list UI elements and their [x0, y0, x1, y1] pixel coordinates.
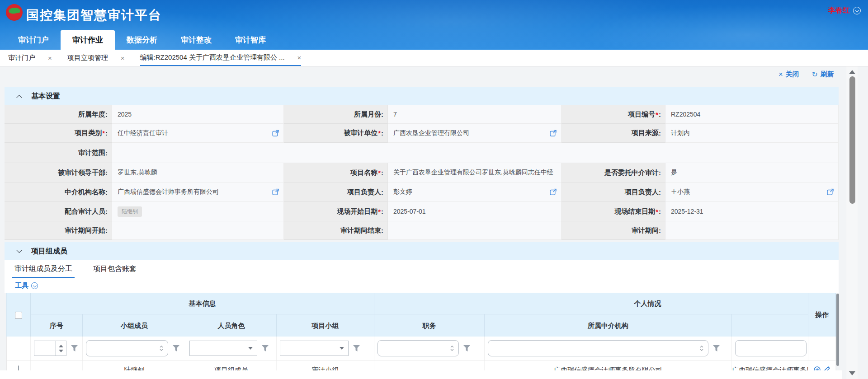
refresh-icon: ↻	[812, 70, 818, 79]
duty-filter-select[interactable]	[377, 340, 459, 356]
external-link-icon[interactable]	[827, 189, 834, 196]
filter-cell-member	[83, 337, 186, 360]
team-table-header: 基本信息 个人情况 操作 序号 小组成员 人员角色 项目小组 职务 所属中介机构	[6, 293, 836, 337]
close-tab-icon[interactable]: ×	[48, 55, 52, 61]
updown-chevron-icon	[450, 345, 454, 351]
nav-item-audit-work[interactable]: 审计作业	[61, 30, 115, 50]
nav-item-audit-library[interactable]: 审计智库	[223, 30, 278, 50]
scroll-down-icon[interactable]	[849, 371, 855, 375]
add-circle-icon[interactable]	[814, 366, 821, 370]
filter-cell-duty	[374, 337, 485, 360]
month-field[interactable]: 7	[388, 105, 561, 124]
tab-edit-project[interactable]: 编辑:RZ202504 关于广西农垦企业管理有限公 ... ×	[140, 50, 302, 66]
field-start-date-field[interactable]: 2025-07-01	[388, 202, 561, 221]
project-code-field[interactable]: RZ202504	[665, 105, 839, 124]
member-filter-select[interactable]	[86, 340, 168, 356]
page-scrollbar[interactable]	[846, 66, 858, 379]
field-label-assisting-auditors: 配合审计人员:	[5, 202, 112, 221]
audit-scope-field[interactable]	[112, 143, 839, 163]
refresh-button[interactable]: ↻ 刷新	[812, 70, 834, 79]
project-leader-field[interactable]: 彭文婷	[388, 182, 561, 202]
table-vertical-scrollbar[interactable]	[836, 294, 839, 366]
external-link-icon[interactable]	[272, 130, 279, 136]
project-source-field[interactable]: 计划内	[665, 124, 839, 143]
agency-filter-select[interactable]	[488, 340, 708, 356]
tools-row: 工具	[5, 278, 839, 293]
audit-period-start-field[interactable]	[112, 221, 284, 240]
audit-period-end-field[interactable]	[388, 221, 561, 240]
edit-icon[interactable]	[823, 366, 830, 370]
select-all-checkbox[interactable]	[15, 312, 22, 319]
nav-item-audit-portal[interactable]: 审计门户	[6, 30, 61, 50]
year-field[interactable]: 2025	[112, 105, 284, 124]
scroll-up-icon[interactable]	[849, 70, 855, 74]
role-filter-select[interactable]	[189, 341, 257, 356]
filter-cell-seq	[31, 337, 83, 360]
filter-funnel-icon[interactable]	[353, 345, 360, 351]
field-label-project-leader: 项目负责人:	[284, 182, 388, 202]
chevron-down-circle-icon[interactable]	[31, 282, 38, 289]
audit-period-field[interactable]	[665, 221, 839, 240]
field-label-audit-period-start: 审计期间开始:	[5, 221, 112, 240]
cell-team: 审计小组	[277, 360, 374, 370]
table-row[interactable]: 陆继钊 项目组成员 审计小组 广西瑞信盛德会计师事务所有限公司 广西瑞信盛德会计…	[6, 360, 836, 370]
field-label-year: 所属年度:	[5, 105, 112, 124]
app-header: 国控集团智慧审计平台 李春红 审计门户 审计作业 数据分析 审计整改 审计智库	[0, 0, 868, 50]
spinner-down-icon	[59, 350, 63, 352]
close-tab-icon[interactable]: ×	[121, 55, 125, 61]
external-link-icon[interactable]	[550, 189, 557, 196]
scrollbar-thumb[interactable]	[849, 76, 855, 204]
project-name-field[interactable]: 关于广西农垦企业管理有限公司罗世东,莫咏麟同志任中经	[388, 163, 561, 182]
filter-funnel-icon[interactable]	[262, 345, 269, 351]
column-header-duty: 职务	[374, 314, 485, 337]
field-label-project-code: 项目编号*:	[561, 105, 665, 124]
external-link-icon[interactable]	[272, 189, 279, 196]
tab-project-ledgers[interactable]: 项目包含账套	[93, 260, 137, 278]
project-leader-2-field[interactable]: 王小燕	[665, 182, 839, 202]
nav-item-audit-rectify[interactable]: 审计整改	[169, 30, 223, 50]
close-tab-icon[interactable]: ×	[297, 54, 302, 61]
spinner-up-icon	[59, 345, 63, 347]
filter-funnel-icon[interactable]	[463, 345, 470, 351]
tab-audit-portal[interactable]: 审计门户 ×	[8, 50, 52, 66]
field-label-field-end-date: 现场结束日期*:	[561, 202, 665, 221]
field-end-date-field[interactable]: 2025-12-31	[665, 202, 839, 221]
person-tag: 陆继钊	[118, 206, 142, 217]
number-spinner[interactable]	[55, 341, 66, 356]
tab-project-initiation[interactable]: 项目立项管理 ×	[67, 50, 125, 66]
team-filter-select[interactable]	[280, 341, 349, 356]
nav-item-data-analysis[interactable]: 数据分析	[115, 30, 169, 50]
close-icon: ×	[778, 70, 783, 79]
filter-funnel-icon[interactable]	[173, 345, 179, 351]
row-select-cell	[7, 360, 31, 370]
intermediary-entrusted-field[interactable]: 是	[665, 163, 839, 182]
filter-cell-role	[186, 337, 277, 360]
section-project-team-header[interactable]: 项目组成员	[5, 242, 839, 260]
filter-cell-checkbox	[7, 337, 31, 360]
cell-member: 陆继钊	[83, 360, 186, 370]
row-checkbox[interactable]	[18, 365, 19, 370]
extra-filter-input[interactable]	[735, 340, 807, 356]
agency-name-field[interactable]: 广西瑞信盛德会计师事务所有限公司	[112, 182, 284, 202]
field-label-audit-period: 审计期间:	[561, 221, 665, 240]
column-header-agency: 所属中介机构	[485, 314, 732, 337]
tools-button[interactable]: 工具	[15, 281, 28, 290]
external-link-icon[interactable]	[550, 130, 557, 136]
column-header-team: 项目小组	[277, 314, 374, 337]
section-basic-settings-header[interactable]: 基本设置	[5, 87, 839, 105]
close-button[interactable]: × 关闭	[778, 70, 799, 79]
filter-funnel-icon[interactable]	[713, 345, 720, 351]
field-label-audit-scope: 审计范围:	[5, 143, 112, 163]
user-menu[interactable]: 李春红	[828, 6, 861, 15]
main-nav: 审计门户 审计作业 数据分析 审计整改 审计智库	[0, 30, 278, 50]
field-label-project-source: 项目来源:	[561, 124, 665, 143]
tab-team-members[interactable]: 审计组成员及分工	[14, 260, 72, 278]
project-type-field[interactable]: 任中经济责任审计	[112, 124, 284, 143]
filter-funnel-icon[interactable]	[71, 345, 78, 351]
field-label-project-type: 项目类别*:	[5, 124, 112, 143]
page-content: × 关闭 ↻ 刷新 基本设置 所属年度: 2025 所属月份: 7 项目编号*:…	[0, 66, 868, 379]
audited-unit-field[interactable]: 广西农垦企业管理有限公司	[388, 124, 561, 143]
seq-filter-input[interactable]	[34, 341, 66, 356]
audited-leaders-field[interactable]: 罗世东,莫咏麟	[112, 163, 284, 182]
assisting-auditors-field[interactable]: 陆继钊	[112, 202, 284, 221]
